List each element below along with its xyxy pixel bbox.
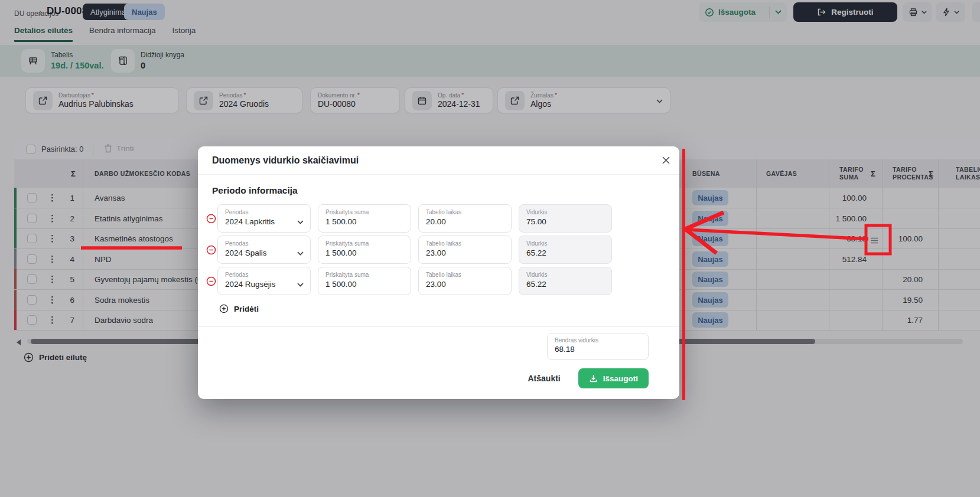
input-value: 1 500.00 [325,248,403,257]
modal-body: Periodo informacija Periodas 2024 Lapkri… [198,175,679,388]
modal-header: Duomenys vidurkio skaičiavimui [198,146,679,175]
input-label: Tabelio laikas [426,240,504,247]
priskaityta-suma-input[interactable]: Priskaityta suma 1 500.00 [318,267,411,295]
periodas-select[interactable]: Periodas 2024 Rugsėjis [217,267,311,295]
input-value: 2024 Lapkritis [225,217,303,226]
input-label: Periodas [225,240,303,247]
input-value: 20.00 [426,217,504,226]
input-value: 23.00 [426,248,504,257]
input-label: Tabelio laikas [426,208,504,216]
remove-period-icon[interactable] [205,214,217,224]
input-value: 68.18 [555,345,641,354]
input-label: Vidurkis [526,208,604,216]
modal-footer: Atšaukti Išsaugoti [205,360,665,388]
remove-period-icon[interactable] [205,245,217,255]
input-value: 1 500.00 [325,217,403,226]
input-value: 75.00 [526,217,604,226]
close-icon[interactable] [662,156,670,166]
input-value: 23.00 [426,280,504,289]
input-label: Vidurkis [526,271,604,279]
input-value: 2024 Spalis [225,248,303,257]
input-label: Priskaityta suma [325,208,403,216]
tabelio-laikas-input[interactable]: Tabelio laikas 20.00 [418,204,512,233]
input-value: 65.22 [526,280,604,289]
vidurkis-readonly-field[interactable]: Vidurkis 75.00 [519,204,612,233]
input-label: Periodas [225,271,303,279]
app-window: DU operacijos › DU-00080 Atlyginimas Nau… [0,0,980,497]
input-label: Priskaityta suma [325,271,403,279]
circle-plus-icon [219,304,229,313]
input-label: Vidurkis [526,240,604,247]
input-label: Bendras vidurkis [555,337,641,344]
period-row: Periodas 2024 Rugsėjis Priskaityta suma … [205,267,665,295]
add-period-label: Pridėti [234,305,259,313]
chevron-down-icon [297,279,304,289]
chevron-down-icon [297,247,304,258]
input-label: Priskaityta suma [325,240,403,247]
add-period-button[interactable]: Pridėti [219,302,665,315]
input-value: 2024 Rugsėjis [225,280,303,289]
remove-period-icon[interactable] [205,276,217,286]
vidurkis-readonly-field[interactable]: Vidurkis 65.22 [519,236,612,264]
input-label: Tabelio laikas [426,271,504,279]
vidurkis-readonly-field[interactable]: Vidurkis 65.22 [519,267,612,295]
bendras-vidurkis-field[interactable]: Bendras vidurkis 68.18 [547,333,649,360]
tabelio-laikas-input[interactable]: Tabelio laikas 23.00 [418,236,512,264]
chevron-down-icon [297,216,304,227]
tabelio-laikas-input[interactable]: Tabelio laikas 23.00 [418,267,512,295]
save-button[interactable]: Išsaugoti [578,368,649,388]
cancel-button[interactable]: Atšaukti [528,374,561,383]
priskaityta-suma-input[interactable]: Priskaityta suma 1 500.00 [318,236,411,264]
section-title: Periodo informacija [212,185,665,196]
modal-title: Duomenys vidurkio skaičiavimui [212,155,359,166]
save-icon [589,374,598,383]
input-value: 65.22 [526,248,604,257]
priskaityta-suma-input[interactable]: Priskaityta suma 1 500.00 [318,204,411,233]
input-label: Periodas [225,208,303,216]
periodas-select[interactable]: Periodas 2024 Lapkritis [217,204,311,233]
periodas-select[interactable]: Periodas 2024 Spalis [217,236,311,264]
period-row: Periodas 2024 Spalis Priskaityta suma 1 … [205,236,665,264]
input-value: 1 500.00 [325,280,403,289]
average-calculation-modal: Duomenys vidurkio skaičiavimui Periodo i… [198,146,679,399]
period-row: Periodas 2024 Lapkritis Priskaityta suma… [205,204,665,233]
save-button-label: Išsaugoti [603,374,638,383]
